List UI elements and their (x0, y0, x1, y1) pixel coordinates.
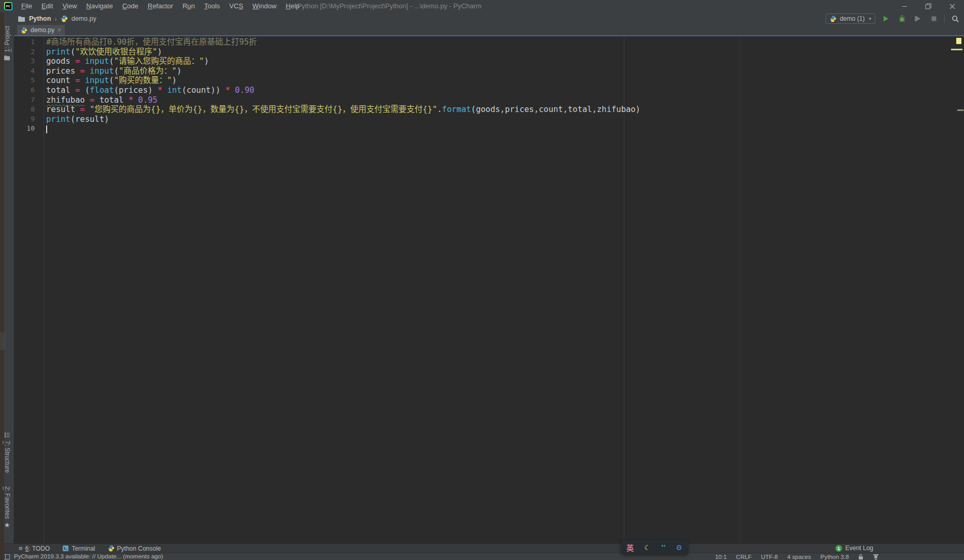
readonly-lock-icon[interactable] (858, 554, 863, 560)
editor-tab-bar: demo.py × (14, 25, 964, 36)
code-token (85, 66, 90, 76)
code-token: input (90, 66, 114, 76)
code-token: * (129, 95, 133, 105)
line-number[interactable]: 1 (14, 37, 35, 47)
code-line[interactable]: #商场所有商品打0.90折，使用支付宝再在原基础上打95折 (46, 37, 640, 47)
warning-stripe-mark[interactable] (951, 49, 962, 50)
code-line[interactable]: result = "您购买的商品为{}，单价为{}，数量为{}，不使用支付宝需要… (46, 105, 640, 115)
line-number-gutter: 12345678910 (14, 37, 35, 134)
project-folder-icon (4, 55, 10, 61)
code-token (85, 95, 90, 105)
ime-punctuation-icon[interactable]: '' (661, 543, 665, 551)
inspections-indicator[interactable] (956, 38, 961, 44)
code-line[interactable]: total = (float(prices) * int(count)) * 0… (46, 86, 640, 95)
code-line[interactable]: prices = input("商品价格为：") (46, 66, 640, 76)
code-line[interactable] (46, 124, 640, 134)
tab-close-icon[interactable]: × (58, 27, 61, 33)
tool-stripe-structure[interactable]: 7: Structure (0, 432, 14, 473)
code-line[interactable]: zhifubao = total * 0.95 (46, 95, 640, 105)
line-separator[interactable]: CRLF (736, 554, 751, 560)
line-number[interactable]: 5 (14, 76, 35, 86)
code-token: (prices) (114, 86, 158, 95)
stop-icon (931, 16, 937, 22)
code-editor[interactable]: 12345678910 #商场所有商品打0.90折，使用支付宝再在原基础上打95… (14, 36, 964, 543)
run-with-coverage-button[interactable] (912, 13, 924, 24)
code-token (162, 86, 167, 95)
code-token: "欢饮使用收银台程序" (75, 47, 157, 57)
tool-stripe-project[interactable]: 1: Project (0, 26, 14, 61)
stop-button[interactable] (928, 13, 940, 24)
code-line[interactable]: print("欢饮使用收银台程序") (46, 47, 640, 57)
status-widgets: 10:1 CRLF UTF-8 4 spaces Python 3.8 (715, 553, 879, 560)
menu-vcs[interactable]: VCS (225, 0, 248, 12)
code-token: (count)) (181, 86, 225, 95)
code-token: ( (114, 66, 119, 76)
breadcrumb-file[interactable]: demo.py (72, 15, 96, 22)
code-token: 0.95 (138, 95, 157, 105)
code-line[interactable]: print(result) (46, 115, 640, 124)
run-config-selector[interactable]: demo (1) ▾ (826, 13, 875, 24)
code-line[interactable]: goods = input("请输入您购买的商品：") (46, 57, 640, 66)
menu-edit[interactable]: Edit (37, 0, 58, 12)
ime-settings-gear-icon[interactable]: ⚙ (676, 543, 682, 552)
tool-python-console[interactable]: Python Console (108, 545, 161, 552)
line-number[interactable]: 9 (14, 115, 35, 124)
tool-terminal[interactable]: Terminal (62, 545, 95, 552)
line-number[interactable]: 2 (14, 47, 35, 57)
menu-tools[interactable]: Tools (200, 0, 225, 12)
toolwindow-toggle-icon[interactable] (4, 554, 10, 560)
tab-demo-py[interactable]: demo.py × (17, 25, 65, 35)
tool-stripe-highlight (0, 332, 6, 350)
line-number[interactable]: 7 (14, 95, 35, 105)
status-bar: PyCharm 2019.3.3 available: // Update...… (0, 553, 964, 560)
code-token: . (437, 105, 442, 114)
code-token: (result) (71, 115, 109, 124)
menu-refactor[interactable]: Refactor (143, 0, 178, 12)
caret-position[interactable]: 10:1 (715, 554, 727, 560)
menu-file[interactable]: File (17, 0, 37, 12)
ime-language-indicator[interactable]: 英 (626, 542, 634, 553)
run-button[interactable] (880, 13, 891, 24)
maximize-restore-icon (925, 3, 931, 9)
line-number[interactable]: 4 (14, 66, 35, 76)
code-line[interactable]: count = input("购买的数量：") (46, 76, 640, 86)
debug-button[interactable] (896, 13, 907, 24)
status-message[interactable]: PyCharm 2019.3.3 available: // Update...… (14, 553, 163, 560)
line-number[interactable]: 6 (14, 86, 35, 95)
menu-navigate[interactable]: Navigate (81, 0, 117, 12)
minimize-button[interactable] (892, 0, 916, 12)
run-play-icon (882, 15, 889, 22)
line-number[interactable]: 10 (14, 124, 35, 134)
code-area[interactable]: #商场所有商品打0.90折，使用支付宝再在原基础上打95折print("欢饮使用… (46, 37, 640, 134)
close-window-button[interactable] (940, 0, 964, 12)
python-interpreter[interactable]: Python 3.8 (820, 554, 849, 560)
code-token (80, 76, 85, 85)
tool-todo[interactable]: ≡ 6: TODO (19, 545, 50, 552)
warning-stripe-mark[interactable] (957, 109, 963, 111)
folder-icon (18, 16, 25, 22)
inspections-hector-icon[interactable] (873, 554, 879, 560)
line-number[interactable]: 3 (14, 57, 35, 66)
menu-code[interactable]: Code (118, 0, 143, 12)
ime-fullwidth-moon-icon[interactable]: ☾ (644, 543, 651, 552)
line-number[interactable]: 8 (14, 105, 35, 115)
python-console-icon (108, 545, 115, 552)
minimize-icon (902, 4, 907, 9)
menu-window[interactable]: Window (248, 0, 281, 12)
code-token: int (167, 86, 181, 95)
file-encoding[interactable]: UTF-8 (761, 554, 778, 560)
pycharm-logo-icon: PC (4, 2, 12, 10)
indent-style[interactable]: 4 spaces (787, 554, 811, 560)
run-config-label: demo (1) (840, 15, 864, 22)
search-everywhere-button[interactable] (949, 13, 961, 24)
menu-view[interactable]: View (58, 0, 81, 12)
code-token: result (46, 105, 80, 114)
maximize-button[interactable] (916, 0, 940, 12)
tab-label: demo.py (31, 26, 54, 34)
tool-stripe-favorites[interactable]: 2: Favorites ★ (0, 486, 14, 528)
event-log-widget[interactable]: 1 Event Log (835, 543, 873, 553)
menu-run[interactable]: Run (178, 0, 200, 12)
code-token: ) (177, 66, 181, 76)
breadcrumb-project[interactable]: Python (29, 15, 51, 22)
code-token: "您购买的商品为{}，单价为{}，数量为{}，不使用支付宝需要支付{}，使用支付… (90, 105, 437, 114)
